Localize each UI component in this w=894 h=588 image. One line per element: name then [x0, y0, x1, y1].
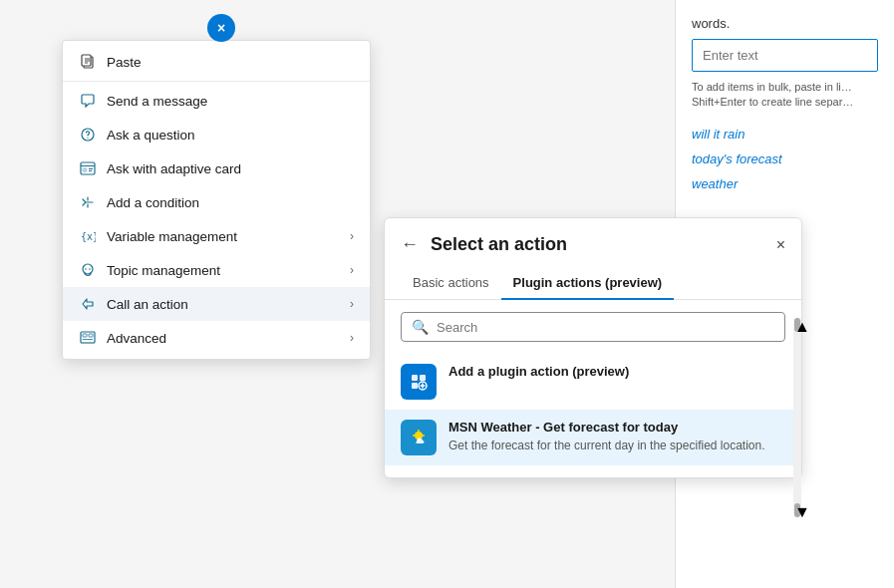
- context-menu: Paste Send a message Ask a question: [62, 40, 371, 360]
- paste-icon: [79, 53, 97, 71]
- msn-weather-icon: [401, 420, 437, 455]
- variable-icon: {x}: [79, 227, 97, 245]
- advanced-chevron: ›: [350, 331, 354, 345]
- menu-item-send-message[interactable]: Send a message: [63, 84, 370, 118]
- menu-item-variable[interactable]: {x} Variable management ›: [63, 219, 370, 253]
- svg-rect-20: [412, 383, 418, 389]
- add-plugin-info: Add a plugin action (preview): [448, 364, 629, 382]
- advanced-label: Advanced: [107, 331, 166, 346]
- svg-rect-17: [81, 342, 95, 344]
- hint-text: To add items in bulk, paste in li… Shift…: [692, 80, 878, 111]
- tab-plugin-actions[interactable]: Plugin actions (preview): [501, 267, 675, 300]
- advanced-icon: [79, 329, 97, 347]
- scrollbar-track: ▲ ▼: [793, 318, 801, 517]
- svg-point-3: [87, 138, 88, 139]
- send-message-icon: [79, 92, 97, 110]
- condition-icon: [79, 193, 97, 211]
- tab-basic-actions[interactable]: Basic actions: [401, 267, 501, 300]
- menu-item-topic[interactable]: Topic management ›: [63, 253, 370, 287]
- search-icon: 🔍: [412, 319, 429, 335]
- action-panel-header: ← Select an action ×: [385, 218, 801, 255]
- enter-text-input[interactable]: [692, 39, 878, 72]
- svg-point-12: [89, 268, 91, 270]
- svg-rect-6: [83, 168, 87, 172]
- action-panel: ← Select an action × Basic actions Plugi…: [384, 217, 802, 478]
- topic-label: Topic management: [107, 263, 220, 278]
- scrollbar-up[interactable]: ▲: [794, 318, 800, 332]
- ask-question-icon: [79, 126, 97, 144]
- menu-item-add-condition[interactable]: Add a condition: [63, 185, 370, 219]
- topic-chevron: ›: [350, 263, 354, 277]
- topic-icon: [79, 261, 97, 279]
- call-action-label: Call an action: [107, 297, 188, 312]
- separator-1: [63, 81, 370, 82]
- action-panel-tabs: Basic actions Plugin actions (preview): [385, 267, 801, 300]
- action-item-add-plugin[interactable]: Add a plugin action (preview): [385, 354, 801, 410]
- action-panel-title: Select an action: [431, 234, 764, 255]
- send-message-label: Send a message: [107, 94, 207, 109]
- svg-rect-14: [83, 334, 87, 337]
- search-container: 🔍: [401, 312, 785, 342]
- action-item-msn-weather[interactable]: MSN Weather - Get forecast for today Get…: [385, 410, 801, 465]
- menu-item-paste[interactable]: Paste: [63, 45, 370, 79]
- msn-weather-name: MSN Weather - Get forecast for today: [448, 420, 765, 435]
- menu-item-ask-question[interactable]: Ask a question: [63, 118, 370, 151]
- call-action-chevron: ›: [350, 297, 354, 311]
- back-button[interactable]: ←: [401, 234, 419, 255]
- add-plugin-icon: [401, 364, 437, 400]
- words-label: words.: [692, 16, 878, 31]
- svg-point-11: [85, 268, 87, 270]
- action-panel-close-button[interactable]: ×: [776, 236, 785, 254]
- call-action-icon: [79, 295, 97, 313]
- ask-question-label: Ask a question: [107, 128, 195, 143]
- search-input[interactable]: [437, 320, 774, 335]
- action-list: Add a plugin action (preview) MSN Weathe…: [385, 354, 801, 465]
- msn-weather-info: MSN Weather - Get forecast for today Get…: [448, 420, 765, 454]
- adaptive-card-icon: [79, 159, 97, 177]
- menu-item-advanced[interactable]: Advanced ›: [63, 321, 370, 355]
- variable-label: Variable management: [107, 229, 237, 244]
- tag-will-it-rain: will it rain: [692, 127, 878, 142]
- svg-rect-13: [81, 332, 95, 343]
- menu-item-call-action[interactable]: Call an action ›: [63, 287, 370, 321]
- tag-todays-forecast: today's forecast: [692, 151, 878, 166]
- add-condition-label: Add a condition: [107, 195, 199, 210]
- menu-item-ask-adaptive[interactable]: Ask with adaptive card: [63, 151, 370, 185]
- add-plugin-name: Add a plugin action (preview): [448, 364, 629, 379]
- tag-weather: weather: [692, 176, 878, 191]
- variable-chevron: ›: [350, 229, 354, 243]
- svg-rect-18: [412, 375, 418, 381]
- paste-label: Paste: [107, 55, 142, 70]
- scrollbar-down[interactable]: ▼: [794, 503, 800, 517]
- svg-rect-15: [89, 334, 93, 337]
- svg-rect-19: [420, 375, 426, 381]
- close-button[interactable]: ×: [207, 14, 235, 42]
- ask-adaptive-label: Ask with adaptive card: [107, 161, 241, 176]
- msn-weather-desc: Get the forecast for the current day in …: [448, 438, 765, 454]
- svg-text:{x}: {x}: [81, 231, 96, 242]
